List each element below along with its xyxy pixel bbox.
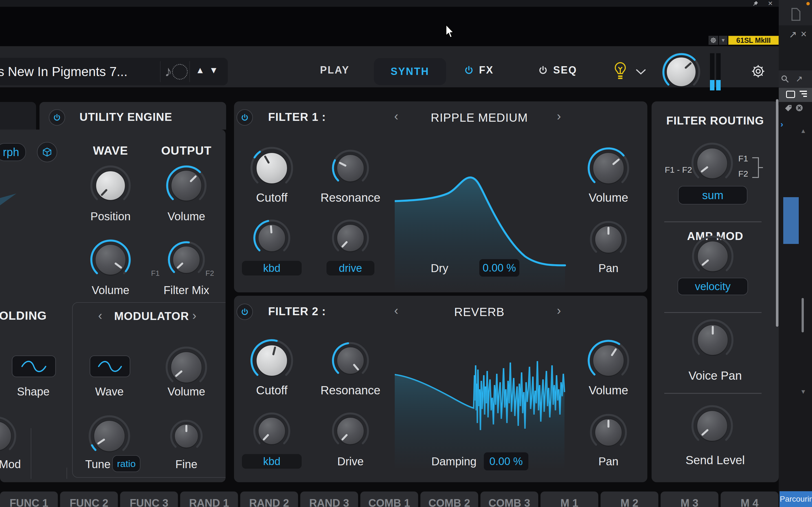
routing-mode-button[interactable]: sum [678, 186, 748, 205]
filter1-drive-button[interactable]: drive [326, 261, 374, 276]
filter2-volume-knob[interactable] [587, 339, 630, 384]
filter1-next-icon[interactable]: › [557, 110, 561, 122]
fine-label: Fine [144, 458, 225, 471]
note-icon[interactable]: ♪ [165, 62, 187, 81]
pin-icon[interactable] [752, 1, 758, 7]
filter1-volume-knob[interactable] [587, 146, 630, 191]
selection-block [783, 197, 799, 244]
expand-icon[interactable]: ↗ [796, 74, 803, 83]
filter2-reverb-display[interactable] [395, 358, 566, 470]
mod-knob[interactable] [0, 415, 17, 458]
clear-filter-icon[interactable] [795, 104, 804, 112]
chevron-down-icon[interactable] [635, 68, 647, 76]
midi-settings-button[interactable] [709, 36, 718, 45]
chevron-right-icon[interactable]: › [780, 119, 783, 129]
modulator-volume-knob[interactable] [164, 345, 208, 390]
master-volume-knob[interactable] [661, 52, 702, 93]
bottom-tab-m-4[interactable]: M 4 [721, 492, 778, 507]
bottom-tab-func-1[interactable]: FUNC 1 [0, 492, 58, 507]
filter1-drive-knob[interactable] [331, 218, 370, 259]
amp-mod-knob[interactable] [691, 234, 735, 279]
expand-icon[interactable]: ↗ [789, 29, 797, 40]
bottom-tab-rand-3[interactable]: RAND 3 [300, 492, 358, 507]
preset-title-box[interactable]: s New In Pigments 7... ♪ ▲ ▼ [0, 58, 228, 86]
filter2-next-icon[interactable]: › [557, 304, 561, 317]
modulator-wave-button[interactable] [90, 355, 130, 377]
utility-power-button[interactable] [49, 109, 65, 126]
modulator-next-icon[interactable]: › [192, 309, 197, 322]
scrollbar-thumb[interactable] [802, 298, 804, 332]
bottom-tab-m-2[interactable]: M 2 [601, 492, 658, 507]
filter1-dry-value[interactable]: 0.00 % [479, 259, 519, 277]
tune-knob[interactable] [87, 414, 132, 459]
utility-volume2-label: Volume [68, 284, 153, 297]
fx-power-icon[interactable] [464, 65, 474, 75]
shape-wave-button[interactable] [12, 355, 56, 377]
bottom-tab-rand-1[interactable]: RAND 1 [180, 492, 238, 507]
filter2-kbd-knob[interactable] [252, 411, 292, 452]
filter1-kbd-button[interactable]: kbd [242, 261, 302, 276]
card-view-icon[interactable] [786, 91, 795, 98]
filter1-type[interactable]: RIPPLE MEDIUM [395, 111, 564, 124]
tag-icon[interactable] [784, 104, 792, 112]
filter1-pan-knob[interactable] [589, 220, 628, 260]
output-volume-knob[interactable] [165, 164, 208, 208]
cube-view-button[interactable] [37, 142, 57, 162]
routing-mix-knob[interactable] [690, 142, 734, 186]
preset-title[interactable]: s New In Pigments 7... [0, 64, 158, 80]
bottom-tab-comb-1[interactable]: COMB 1 [360, 492, 418, 507]
morph-mode-button[interactable]: rph [0, 143, 26, 161]
midi-device-dropdown[interactable]: ▼ [719, 36, 727, 45]
tab-play[interactable]: PLAY [320, 64, 350, 76]
level-meter-left [710, 53, 714, 91]
bottom-tab-comb-2[interactable]: COMB 2 [420, 492, 478, 507]
midi-device-badge[interactable]: 61SL MkIII [728, 36, 779, 45]
plugin-scrollbar[interactable] [776, 99, 778, 327]
tab-synth[interactable]: SYNTH [374, 58, 446, 85]
utility-volume2-knob[interactable] [89, 238, 132, 282]
bottom-tab-m-3[interactable]: M 3 [661, 492, 718, 507]
bottom-tab-func-3[interactable]: FUNC 3 [120, 492, 178, 507]
filter1-volume-label: Volume [566, 191, 651, 205]
modulator-prev-icon[interactable]: ‹ [98, 309, 102, 322]
filter-mix-knob[interactable] [167, 240, 206, 281]
bottom-tab-rand-2[interactable]: RAND 2 [240, 492, 298, 507]
filter1-cutoff-knob[interactable] [249, 146, 294, 192]
filter2-drive-knob[interactable] [331, 411, 370, 452]
filter2-power-button[interactable] [237, 304, 253, 320]
scroll-down-icon[interactable]: ▼ [800, 388, 806, 395]
close-panel-icon[interactable]: × [801, 28, 807, 40]
filter1-kbd-knob[interactable] [252, 218, 292, 259]
filter2-panel: FILTER 2 : ‹ REVERB › Cutoff Resonance V… [234, 296, 647, 482]
settings-gear-icon[interactable] [751, 64, 766, 79]
tab-seq[interactable]: SEQ [538, 64, 577, 76]
filter2-type[interactable]: REVERB [395, 305, 564, 319]
filter2-resonance-knob[interactable] [331, 341, 370, 381]
filter1-resonance-knob[interactable] [331, 149, 370, 189]
filter1-power-button[interactable] [237, 109, 253, 126]
preset-prev-icon[interactable]: ▲ [196, 65, 205, 75]
search-icon[interactable] [780, 74, 790, 83]
send-level-knob[interactable] [690, 404, 734, 449]
filter2-resonance-label: Resonance [308, 384, 393, 397]
engine-tab-inactive[interactable] [0, 102, 36, 129]
fine-knob[interactable] [169, 418, 204, 455]
position-knob[interactable] [89, 164, 132, 208]
browse-button[interactable]: Parcourir [779, 491, 812, 507]
bottom-tab-func-2[interactable]: FUNC 2 [60, 492, 118, 507]
filter2-damping-value[interactable]: 0.00 % [484, 452, 528, 470]
filter2-cutoff-knob[interactable] [249, 338, 294, 384]
document-icon[interactable] [790, 7, 802, 21]
preset-next-icon[interactable]: ▼ [209, 65, 218, 75]
list-view-icon[interactable] [800, 91, 807, 98]
seq-power-icon[interactable] [538, 65, 548, 75]
bottom-tab-comb-3[interactable]: COMB 3 [480, 492, 538, 507]
scroll-up-icon[interactable]: ▲ [800, 127, 806, 135]
voice-pan-knob[interactable] [691, 318, 735, 363]
filter2-kbd-button[interactable]: kbd [242, 454, 302, 469]
bottom-tab-m-1[interactable]: M 1 [541, 492, 598, 507]
filter2-pan-knob[interactable] [589, 413, 628, 453]
amp-mod-source-button[interactable]: velocity [677, 278, 748, 295]
tips-bulb-icon[interactable] [613, 61, 627, 83]
tab-fx[interactable]: FX [464, 64, 494, 76]
